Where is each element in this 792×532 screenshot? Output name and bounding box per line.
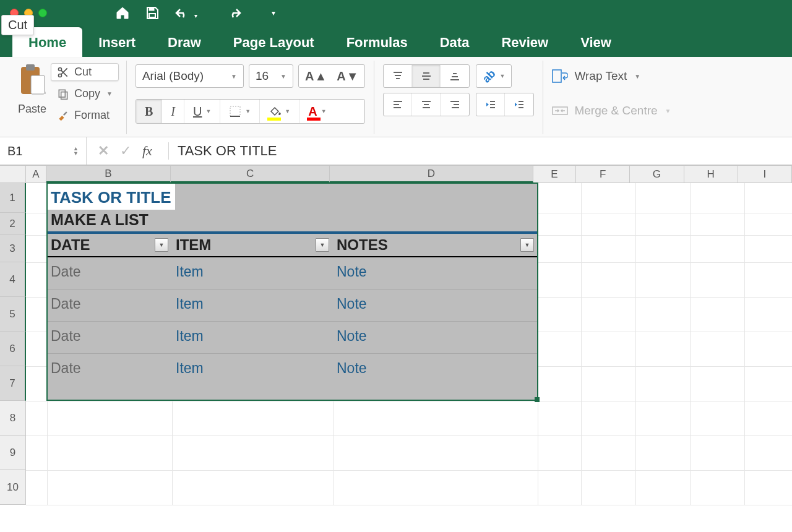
selection-fill-handle[interactable] bbox=[535, 397, 540, 402]
cut-tooltip: Cut bbox=[1, 15, 34, 35]
spreadsheet-grid[interactable]: A B C D E F G H I 1 2 3 4 5 6 7 8 9 10 bbox=[0, 166, 792, 505]
row-header-1[interactable]: 1 bbox=[0, 183, 26, 213]
svg-rect-9 bbox=[230, 106, 240, 116]
ribbon: Paste Cut Copy ▼ Format Arial (Body)▼ bbox=[0, 57, 792, 137]
tab-data[interactable]: Data bbox=[424, 27, 486, 57]
svg-point-6 bbox=[59, 74, 62, 77]
underline-button[interactable]: U▼ bbox=[184, 100, 220, 123]
col-header-a[interactable]: A bbox=[26, 166, 47, 182]
redo-icon[interactable] bbox=[226, 4, 243, 22]
row-header-10[interactable]: 10 bbox=[0, 470, 26, 505]
col-header-i[interactable]: I bbox=[738, 166, 792, 182]
font-size-combo[interactable]: 16▼ bbox=[249, 64, 293, 88]
increase-font-button[interactable]: A▲ bbox=[305, 69, 327, 84]
svg-point-5 bbox=[59, 67, 62, 71]
copy-icon bbox=[57, 88, 69, 100]
name-box[interactable]: B1 ▲▼ bbox=[0, 137, 87, 165]
row-header-7[interactable]: 7 bbox=[0, 366, 26, 401]
merge-icon bbox=[552, 104, 568, 118]
font-color-button[interactable]: A ▼ bbox=[299, 100, 335, 123]
align-bottom-button[interactable] bbox=[441, 65, 469, 87]
tab-view[interactable]: View bbox=[564, 27, 627, 57]
paint-bucket-icon bbox=[269, 105, 281, 118]
fx-label[interactable]: fx bbox=[142, 143, 152, 159]
fill-color-button[interactable]: ▼ bbox=[260, 100, 299, 123]
undo-icon[interactable] bbox=[173, 4, 191, 22]
home-icon[interactable] bbox=[114, 4, 131, 22]
svg-rect-0 bbox=[149, 7, 154, 11]
svg-rect-7 bbox=[59, 90, 65, 97]
row-header-8[interactable]: 8 bbox=[0, 401, 26, 435]
row-header-4[interactable]: 4 bbox=[0, 262, 26, 297]
col-header-f[interactable]: F bbox=[576, 166, 630, 182]
confirm-formula-icon[interactable]: ✓ bbox=[120, 143, 131, 159]
align-middle-button[interactable] bbox=[412, 65, 441, 87]
select-all-corner[interactable] bbox=[0, 166, 26, 182]
paintbrush-icon bbox=[57, 109, 69, 122]
decrease-indent-button[interactable] bbox=[476, 93, 505, 116]
align-top-button[interactable] bbox=[384, 65, 412, 87]
paste-label: Paste bbox=[18, 103, 46, 116]
tab-formulas[interactable]: Formulas bbox=[330, 27, 424, 57]
ribbon-tabs: Home Insert Draw Page Layout Formulas Da… bbox=[0, 26, 792, 57]
col-header-c[interactable]: C bbox=[171, 166, 330, 182]
cell-selection bbox=[46, 182, 538, 401]
align-left-button[interactable] bbox=[384, 93, 412, 116]
undo-dropdown-caret[interactable]: ▾ bbox=[194, 12, 197, 19]
row-header-3[interactable]: 3 bbox=[0, 235, 26, 262]
svg-rect-35 bbox=[553, 70, 561, 82]
row-header-6[interactable]: 6 bbox=[0, 332, 26, 366]
cancel-formula-icon[interactable]: ✕ bbox=[98, 143, 109, 159]
border-button[interactable]: ▼ bbox=[220, 100, 260, 123]
orientation-button[interactable]: ab▼ bbox=[476, 64, 512, 88]
qat-customize-icon[interactable]: ▾ bbox=[272, 9, 275, 17]
titlebar: ▾ ▾ Cut bbox=[0, 0, 792, 26]
increase-indent-button[interactable] bbox=[505, 93, 533, 116]
window-maximize-button[interactable] bbox=[38, 9, 47, 17]
paste-button[interactable]: Paste bbox=[14, 61, 51, 134]
col-header-e[interactable]: E bbox=[533, 166, 576, 182]
format-painter-button[interactable]: Format bbox=[51, 106, 119, 124]
bold-button[interactable]: B bbox=[136, 100, 162, 123]
tab-review[interactable]: Review bbox=[485, 27, 564, 57]
font-name-combo[interactable]: Arial (Body)▼ bbox=[136, 64, 244, 88]
decrease-font-button[interactable]: A▼ bbox=[337, 69, 358, 84]
svg-rect-3 bbox=[26, 64, 35, 71]
formula-input[interactable]: TASK OR TITLE bbox=[174, 143, 792, 159]
formula-bar: B1 ▲▼ ✕ ✓ fx TASK OR TITLE bbox=[0, 137, 792, 166]
align-center-button[interactable] bbox=[412, 93, 441, 116]
align-right-button[interactable] bbox=[441, 93, 469, 116]
row-header-2[interactable]: 2 bbox=[0, 213, 26, 235]
tab-page-layout[interactable]: Page Layout bbox=[217, 27, 330, 57]
svg-rect-1 bbox=[149, 14, 155, 17]
wrap-text-icon bbox=[552, 69, 568, 83]
scissors-icon bbox=[57, 66, 69, 79]
merge-centre-button[interactable]: Merge & Centre▼ bbox=[552, 99, 671, 122]
save-icon[interactable] bbox=[144, 4, 161, 22]
svg-rect-4 bbox=[31, 75, 45, 94]
svg-rect-36 bbox=[553, 107, 567, 114]
svg-rect-8 bbox=[61, 92, 67, 99]
cut-button[interactable]: Cut bbox=[51, 63, 119, 81]
col-header-g[interactable]: G bbox=[630, 166, 684, 182]
row-header-5[interactable]: 5 bbox=[0, 297, 26, 332]
col-header-b[interactable]: B bbox=[46, 166, 170, 182]
wrap-text-button[interactable]: Wrap Text▼ bbox=[552, 64, 671, 88]
clipboard-icon bbox=[17, 63, 47, 98]
col-header-d[interactable]: D bbox=[330, 166, 533, 182]
copy-button[interactable]: Copy ▼ bbox=[51, 85, 119, 103]
tab-draw[interactable]: Draw bbox=[152, 27, 217, 57]
border-icon bbox=[229, 105, 241, 118]
tab-insert[interactable]: Insert bbox=[82, 27, 152, 57]
col-header-h[interactable]: H bbox=[684, 166, 738, 182]
italic-button[interactable]: I bbox=[162, 100, 184, 123]
row-header-9[interactable]: 9 bbox=[0, 435, 26, 470]
